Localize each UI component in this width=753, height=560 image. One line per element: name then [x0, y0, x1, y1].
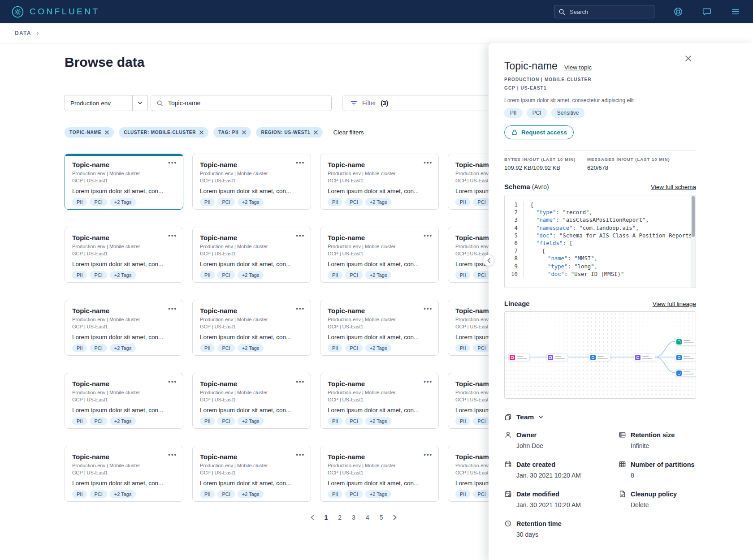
- lineage-topic-node[interactable]: [546, 353, 568, 361]
- card-menu-icon[interactable]: •••: [296, 233, 305, 238]
- topic-card[interactable]: •••Topic-nameProduction-env | Mobile-clu…: [192, 446, 311, 502]
- view-topic-link[interactable]: View topic: [564, 64, 592, 71]
- topic-search-box[interactable]: [151, 95, 332, 111]
- card-menu-icon[interactable]: •••: [424, 452, 433, 457]
- topic-search-input[interactable]: [167, 99, 326, 107]
- tag-pill: PCI: [473, 271, 490, 279]
- lineage-topic-node[interactable]: [634, 353, 655, 361]
- chevron-down-icon[interactable]: [132, 95, 147, 111]
- view-full-schema-link[interactable]: View full schema: [651, 184, 696, 190]
- pagination-page[interactable]: 1: [325, 514, 328, 521]
- topic-card[interactable]: •••Topic-nameProduction-env | Mobile-clu…: [320, 446, 439, 502]
- topic-card[interactable]: •••Topic-nameProduction-env | Mobile-clu…: [65, 227, 183, 283]
- topic-card[interactable]: •••Topic-nameProduction-env | Mobile-clu…: [65, 373, 183, 429]
- card-menu-icon[interactable]: •••: [424, 233, 433, 238]
- code-line-number: 7: [505, 247, 524, 255]
- scrollbar-thumb[interactable]: [692, 196, 695, 237]
- lineage-node-icon: [676, 370, 682, 376]
- lineage-app-node[interactable]: [675, 353, 696, 361]
- pagination-page[interactable]: 2: [338, 514, 342, 521]
- card-menu-icon[interactable]: •••: [168, 306, 177, 311]
- topic-card[interactable]: •••Topic-nameProduction-env | Mobile-clu…: [192, 154, 311, 210]
- card-menu-icon[interactable]: •••: [296, 159, 305, 165]
- topic-card[interactable]: •••Topic-nameProduction-env | Mobile-clu…: [192, 373, 311, 429]
- pagination-prev-icon[interactable]: [311, 515, 314, 520]
- topic-card[interactable]: •••Topic-nameProduction-env | Mobile-clu…: [65, 446, 183, 502]
- remove-chip-icon[interactable]: [242, 130, 246, 134]
- collapse-panel-handle[interactable]: [483, 254, 494, 266]
- lineage-node-icon: [510, 355, 515, 360]
- tag-pill: PCI: [473, 417, 490, 425]
- owner-icon: [504, 431, 512, 439]
- filter-chip[interactable]: CLUSTER: MOBILE-CLUSTER: [119, 127, 208, 138]
- card-menu-icon[interactable]: •••: [296, 379, 305, 384]
- card-menu-icon[interactable]: •••: [168, 452, 177, 457]
- card-menu-icon[interactable]: •••: [296, 452, 305, 457]
- code-value: : [: [563, 240, 572, 246]
- remove-chip-icon[interactable]: [314, 130, 318, 134]
- card-menu-icon[interactable]: •••: [168, 159, 177, 165]
- breadcrumb-data[interactable]: DATA: [15, 30, 31, 36]
- tag-pill: PCI: [345, 417, 362, 425]
- lineage-connector-node[interactable]: [675, 338, 696, 345]
- scrollbar[interactable]: [691, 195, 696, 288]
- tag-pill: PII: [455, 417, 470, 425]
- schema-code-line: 5"doc": "Schema for AIS Class A Position…: [505, 232, 696, 240]
- detail-field-label: Owner: [516, 431, 537, 439]
- remove-chip-icon[interactable]: [199, 130, 203, 134]
- topic-card[interactable]: •••Topic-nameProduction-env | Mobile-clu…: [192, 227, 311, 283]
- topic-card[interactable]: •••Topic-nameProduction-env | Mobile-clu…: [65, 154, 183, 210]
- global-search-input[interactable]: [569, 8, 650, 16]
- pagination-page[interactable]: 3: [352, 514, 355, 521]
- card-title: Topic-name: [200, 380, 303, 388]
- card-menu-icon[interactable]: •••: [168, 233, 177, 238]
- filter-chip[interactable]: REGION: US-WEST1: [256, 127, 323, 138]
- topic-card[interactable]: •••Topic-nameProduction-env | Mobile-clu…: [192, 300, 311, 356]
- topic-card[interactable]: •••Topic-nameProduction-env | Mobile-clu…: [320, 300, 439, 356]
- card-tags: PIIPCI+2 Tags: [72, 271, 176, 279]
- schema-heading: Schema (Avro): [504, 183, 549, 190]
- card-tags: PIIPCI+2 Tags: [328, 344, 431, 352]
- detail-field-label: Date created: [516, 461, 555, 468]
- topic-card[interactable]: •••Topic-nameProduction-env | Mobile-clu…: [320, 227, 439, 283]
- team-section-header[interactable]: Team: [504, 413, 696, 421]
- detail-field-label: Retention time: [516, 520, 562, 527]
- filter-chip-label: REGION: US-WEST1: [261, 130, 310, 135]
- card-menu-icon[interactable]: •••: [296, 306, 305, 311]
- card-meta: Production-env | Mobile-clusterGCP | US-…: [72, 316, 176, 331]
- hamburger-menu-icon[interactable]: [731, 7, 740, 17]
- lineage-node-glyph: [678, 356, 680, 359]
- lineage-app-node[interactable]: [589, 353, 610, 361]
- card-menu-icon[interactable]: •••: [424, 159, 433, 165]
- card-title: Topic-name: [328, 234, 431, 241]
- lineage-app-node[interactable]: [675, 369, 696, 377]
- code-key: "doc": [536, 233, 553, 239]
- chat-icon[interactable]: [702, 7, 712, 17]
- card-menu-icon[interactable]: •••: [424, 379, 433, 384]
- clear-filters-link[interactable]: Clear filters: [333, 129, 364, 136]
- schema-code-line: 4"namespace": "com.landoop.ais",: [505, 224, 696, 232]
- pagination-next-icon[interactable]: [393, 515, 397, 520]
- card-menu-icon[interactable]: •••: [168, 379, 177, 384]
- pagination-page[interactable]: 5: [380, 514, 383, 521]
- card-menu-icon[interactable]: •••: [424, 306, 433, 311]
- lineage-diagram[interactable]: [504, 311, 696, 399]
- topic-card[interactable]: •••Topic-nameProduction-env | Mobile-clu…: [320, 373, 439, 429]
- lineage-source-node[interactable]: [508, 353, 530, 361]
- global-search-box[interactable]: [554, 5, 654, 18]
- filter-chip[interactable]: TOPIC-NAME: [65, 127, 114, 138]
- pagination-page[interactable]: 4: [366, 514, 369, 521]
- divider: [504, 150, 696, 151]
- stat-block: MESSAGES IN/OUT (LAST 10 MIN)620/678: [587, 157, 670, 171]
- filter-chip[interactable]: TAG: PII: [213, 127, 251, 138]
- close-icon[interactable]: [685, 56, 691, 61]
- partitions-icon: [619, 461, 626, 468]
- view-full-lineage-link[interactable]: View full lineage: [653, 301, 696, 307]
- help-icon[interactable]: [673, 7, 683, 17]
- filter-toolbar: Production env Filter (3): [65, 95, 521, 111]
- environment-dropdown[interactable]: Production env: [65, 95, 148, 111]
- topic-card[interactable]: •••Topic-nameProduction-env | Mobile-clu…: [320, 154, 439, 210]
- topic-card[interactable]: •••Topic-nameProduction-env | Mobile-clu…: [65, 300, 183, 356]
- request-access-button[interactable]: Request access: [504, 125, 574, 139]
- remove-chip-icon[interactable]: [105, 130, 109, 134]
